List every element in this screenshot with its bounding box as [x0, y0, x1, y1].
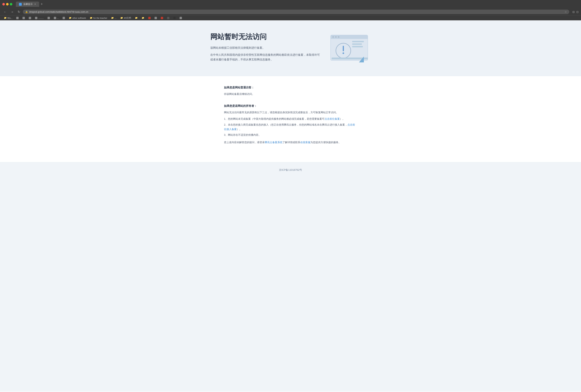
svg-point-5	[338, 36, 340, 38]
bookmark-page-icon	[54, 17, 56, 19]
bookmark-folder-icon: 📁	[69, 17, 72, 19]
bookmark-item[interactable]: 📁	[134, 16, 139, 20]
hero-desc2: 在中华人民共和国境内提供非经营性互联网信息服务的网站都应依法进行备案，未取得许可…	[210, 52, 320, 62]
title-bar: 温馨提示 ✕ +	[0, 0, 581, 8]
hero-desc1: 该网站未根据工信部相关法律规则进行备案。	[210, 46, 320, 50]
bookmark-star-icon[interactable]: ☆	[564, 10, 567, 13]
bookmark-label: ...	[115, 17, 116, 19]
bookmark-item[interactable]	[178, 16, 184, 20]
svg-point-8	[342, 52, 344, 54]
bookmark-page-icon	[48, 17, 50, 19]
hero-text: 网站暂时无法访问 该网站未根据工信部相关法律规则进行备案。 在中华人民共和国境内…	[210, 32, 320, 64]
bookmark-colored-icon	[161, 17, 163, 19]
visitor-section: 如果您是网站普通访客： 待该网站备案后继续访问。 如果您是该网站的所有者： 网站…	[0, 76, 581, 162]
maximize-button[interactable]	[10, 3, 12, 6]
bookmark-for-teacher[interactable]: 📁 for the teacher	[88, 16, 109, 20]
footer-mid: 了解详情或联系	[282, 141, 300, 144]
bookmark-item[interactable]	[15, 16, 20, 20]
bookmark-item[interactable]	[27, 16, 33, 20]
bookmark-label: other soft/web	[72, 17, 86, 19]
hero-inner: 网站暂时无法访问 该网站未根据工信部相关法律规则进行备案。 在中华人民共和国境内…	[202, 32, 378, 64]
bookmark-page-icon	[154, 17, 157, 19]
svg-point-3	[332, 36, 334, 38]
bookmark-item[interactable]	[21, 16, 26, 20]
bookmark-folder-icon: 📁	[135, 17, 138, 19]
bookmark-ani-docs[interactable]: 📁 ani文档	[119, 16, 133, 20]
bookmark-page-icon	[35, 17, 37, 19]
bookmark-label: for the teacher	[93, 17, 107, 19]
point2-post: ）。	[237, 128, 242, 131]
owner-intro: 网站无法访问最常见的原因有以下三点，请您根据自身实际情况完成整改后，方可恢复网站…	[224, 110, 357, 115]
icp-number: 京ICP备11018762号	[0, 168, 581, 172]
svg-rect-7	[343, 46, 344, 51]
bookmark-folder-icon: 📁	[111, 17, 114, 19]
owner-heading: 如果您是该网站的所有者：	[224, 104, 357, 108]
active-tab[interactable]: 温馨提示 ✕	[16, 2, 39, 7]
url-text: dnspod.qcloud.com/static/webblock.html?d…	[29, 10, 564, 13]
bookmark-folder-icon: 📁	[120, 17, 123, 19]
bookmark-item[interactable]: 📁 ...	[110, 16, 118, 20]
owner-point3: 3、网站存在不适宜的传播内容。	[224, 132, 357, 137]
info-inner: 如果您是网站普通访客： 待该网站备案后继续访问。 如果您是该网站的所有者： 网站…	[216, 86, 365, 152]
bookmark-item[interactable]	[61, 16, 66, 20]
hero-illustration	[328, 32, 371, 64]
bookmark-item[interactable]	[172, 16, 177, 20]
visitor-text: 待该网站备案后继续访问。	[224, 92, 357, 96]
traffic-lights	[2, 3, 12, 6]
page-title: 网站暂时无法访问	[210, 32, 320, 42]
point1-post: ）。	[340, 117, 345, 120]
bookmark-item[interactable]	[46, 16, 52, 20]
footer-pre: 若上述内容未解答您的疑问，请登录	[224, 141, 265, 144]
tab-close-icon[interactable]: ✕	[34, 3, 36, 6]
icp-filing-link[interactable]: 点击前往备案	[324, 117, 340, 120]
owner-footer: 若上述内容未解答您的疑问，请登录腾讯云备案系统了解详情或联系在线客服为您提供方便…	[224, 140, 357, 144]
new-tab-button[interactable]: +	[41, 2, 43, 6]
bookmark-item[interactable]	[147, 16, 152, 20]
bookmark-page-icon	[173, 17, 176, 19]
svg-rect-9	[352, 41, 364, 42]
bookmark-item[interactable]: 📁 Wo...	[2, 16, 14, 20]
visitor-block: 如果您是网站普通访客： 待该网站备案后继续访问。	[224, 86, 357, 96]
bookmarks-bar: 📁 Wo... ......... ... 📁 other soft/web	[0, 15, 581, 20]
bookmark-page-icon	[16, 17, 18, 19]
nav-bar: ← → ↻ 🔒 dnspod.qcloud.com/static/webbloc…	[0, 8, 581, 15]
minimize-button[interactable]	[6, 3, 8, 6]
close-button[interactable]	[2, 3, 5, 6]
bookmark-label: ...	[57, 17, 59, 19]
back-button[interactable]: ←	[2, 10, 8, 14]
bookmark-label: .........	[38, 17, 44, 19]
bookmark-folder-icon: 📁	[4, 17, 7, 19]
nav-icons: ⊟ ⊡	[572, 10, 579, 14]
icp-system-link[interactable]: 腾讯云备案系统	[265, 141, 282, 144]
window-icon[interactable]: ⊡	[576, 10, 579, 14]
tab-title: 温馨提示	[23, 2, 33, 6]
point1-pre: 1、您的网站未完成备案（中国大陆境内提供服务的网站都必须完成备案，若您需要备案可	[224, 117, 324, 120]
bookmark-item[interactable]	[153, 16, 158, 20]
owner-point2: 2、未在您的接入商完成备案信息的接入（您正在使用腾讯云服务，但您的网站域名未在腾…	[224, 122, 357, 132]
bookmark-label: Wo...	[8, 17, 12, 19]
bookmark-page-icon	[22, 17, 25, 19]
owner-point1: 1、您的网站未完成备案（中国大陆境内提供服务的网站都必须完成备案，若您需要备案可…	[224, 116, 357, 121]
bookmark-item[interactable]	[166, 16, 171, 20]
bookmark-item[interactable]	[159, 16, 165, 20]
bookmark-folder-icon: 📁	[90, 17, 92, 19]
refresh-button[interactable]: ↻	[16, 10, 21, 14]
bookmark-colored-icon	[148, 17, 151, 19]
online-service-link[interactable]: 在线客服	[300, 141, 310, 144]
bookmark-page-icon	[62, 17, 65, 19]
bookmark-label: ani文档	[124, 16, 131, 19]
bookmark-item[interactable]: 📁	[140, 16, 146, 20]
bookmark-item[interactable]: ...	[52, 16, 60, 20]
hero-section: 网站暂时无法访问 该网站未根据工信部相关法律规则进行备案。 在中华人民共和国境内…	[0, 20, 581, 76]
visitor-heading: 如果您是网站普通访客：	[224, 86, 357, 90]
address-bar[interactable]: 🔒 dnspod.qcloud.com/static/webblock.html…	[23, 10, 569, 14]
bookmark-other-soft[interactable]: 📁 other soft/web	[67, 16, 88, 20]
footer-post: 为您提供方便快捷的服务。	[310, 141, 341, 144]
bookmark-item[interactable]: .........	[34, 16, 45, 20]
browser-chrome: 温馨提示 ✕ + ← → ↻ 🔒 dnspod.qcloud.com/stati…	[0, 0, 581, 20]
svg-point-4	[335, 36, 337, 38]
sidebar-icon[interactable]: ⊟	[572, 10, 575, 14]
owner-block: 如果您是该网站的所有者： 网站无法访问最常见的原因有以下三点，请您根据自身实际情…	[224, 104, 357, 144]
svg-rect-11	[352, 46, 363, 47]
forward-button[interactable]: →	[10, 10, 15, 14]
